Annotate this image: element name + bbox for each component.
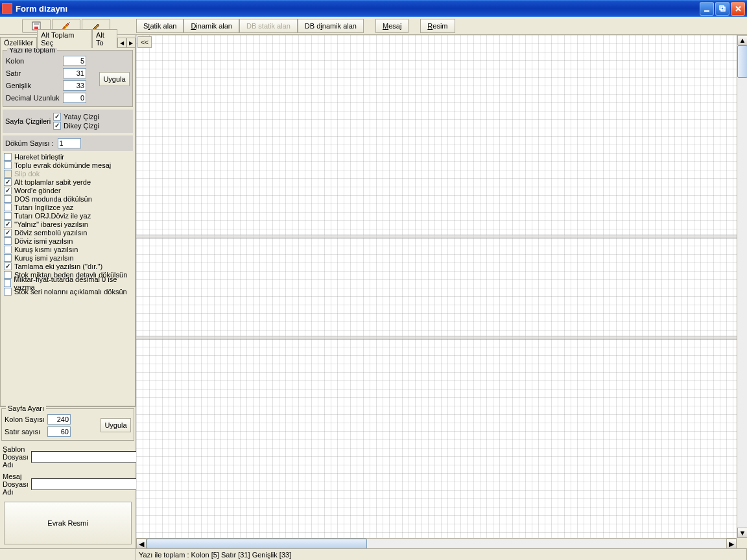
satir-label: Satır: [6, 69, 63, 77]
opt-stokbeden-checkbox[interactable]: [4, 271, 12, 279]
hscroll-thumb[interactable]: [147, 539, 367, 548]
template-file-input[interactable]: [31, 451, 142, 463]
tab-more[interactable]: Alt To: [92, 29, 117, 48]
grid-viewport[interactable]: <<: [136, 35, 737, 538]
opt-kuruskism-checkbox[interactable]: [4, 246, 12, 253]
page-settings-group: Sayfa Ayarı Kolon Sayısı Satır sayısı Uy…: [1, 408, 134, 441]
opt-hareket-checkbox[interactable]: [4, 153, 12, 161]
scroll-up-button[interactable]: ▲: [737, 35, 747, 45]
text-total-group: Yazı ile toplam Kolon Satır Genişlik: [3, 50, 133, 107]
status-cell-left: [0, 549, 136, 560]
kolon-label: Kolon: [6, 57, 63, 65]
mesaj-button[interactable]: Mesaj: [375, 19, 409, 33]
svg-rect-4: [34, 23, 39, 25]
horizontal-line-checkbox[interactable]: [53, 113, 61, 121]
print-count-label: Döküm Sayısı :: [5, 139, 54, 147]
opt-dovizisim-checkbox[interactable]: [4, 237, 12, 245]
print-count-row: Döküm Sayısı :: [3, 135, 133, 151]
print-count-input[interactable]: [58, 138, 81, 148]
db-dynamic-field-button[interactable]: DB dinamik alan: [298, 19, 364, 33]
vertical-line-checkbox[interactable]: [53, 122, 61, 130]
opt-kurusisim-checkbox[interactable]: [4, 254, 12, 262]
opt-alttoplam-checkbox[interactable]: [4, 178, 12, 186]
genislik-input[interactable]: [63, 80, 86, 91]
status-text: Yazı ile toplam : Kolon [5] Satır [31] G…: [136, 549, 747, 560]
opt-ingilizce-checkbox[interactable]: [4, 204, 12, 211]
statusbar: Yazı ile toplam : Kolon [5] Satır [31] G…: [0, 548, 747, 560]
minimize-button[interactable]: [700, 2, 714, 16]
page-lines-label: Sayfa Çizgileri: [5, 117, 53, 125]
close-button[interactable]: [731, 2, 745, 16]
section-divider-2: [136, 336, 737, 340]
page-cols-label: Kolon Sayısı: [5, 415, 47, 423]
decimal-input[interactable]: [63, 93, 86, 103]
maximize-button[interactable]: [715, 2, 729, 16]
page-rows-label: Satır sayısı: [5, 428, 47, 436]
page-lines-group: Sayfa Çizgileri Yatay Çizgi Dikey Çizgi: [3, 110, 133, 133]
opt-dovizsembol-checkbox[interactable]: [4, 229, 12, 237]
app-icon: [2, 3, 12, 14]
properties-panel: Özellikler Alt Toplam Seç Alt To ◀ ▶ Yaz…: [0, 35, 136, 548]
text-total-legend: Yazı ile toplam: [7, 48, 57, 54]
scroll-corner: [737, 538, 747, 548]
scroll-down-button[interactable]: ▼: [737, 528, 747, 538]
kolon-input[interactable]: [63, 56, 86, 66]
opt-orjdoviz-checkbox[interactable]: [4, 212, 12, 220]
message-file-input[interactable]: [31, 478, 142, 490]
svg-rect-1: [720, 6, 724, 10]
scroll-left-button[interactable]: ◀: [136, 539, 147, 548]
nav-first-button[interactable]: <<: [137, 36, 152, 48]
dynamic-field-button[interactable]: Dinamik alan: [184, 19, 239, 33]
document-image-button[interactable]: Evrak Resmi: [4, 502, 132, 544]
opt-word-checkbox[interactable]: [4, 187, 12, 194]
satir-input[interactable]: [63, 68, 86, 78]
svg-rect-0: [704, 10, 709, 12]
window-title: Form dizaynı: [16, 4, 700, 14]
titlebar: Form dizaynı: [0, 0, 747, 17]
svg-rect-2: [721, 7, 725, 11]
grid-background: [136, 35, 737, 538]
opt-slip-checkbox: [4, 170, 12, 178]
horizontal-scrollbar[interactable]: ◀ ▶: [136, 538, 737, 548]
message-file-label: Mesaj Dosyası Adı: [3, 472, 29, 496]
scroll-right-button[interactable]: ▶: [726, 539, 737, 548]
vertical-scrollbar[interactable]: ▲ ▼: [737, 35, 747, 538]
resim-button[interactable]: Resim: [420, 19, 455, 33]
opt-dos-checkbox[interactable]: [4, 195, 12, 203]
opt-tamlama-checkbox[interactable]: [4, 262, 12, 270]
svg-rect-7: [136, 35, 737, 538]
page-settings-legend: Sayfa Ayarı: [6, 404, 46, 412]
opt-desimal-checkbox[interactable]: [4, 279, 11, 287]
apply-text-total-button[interactable]: Uygula: [99, 72, 130, 86]
genislik-label: Genişlik: [6, 82, 63, 89]
template-file-label: Şablon Dosyası Adı: [3, 445, 29, 469]
page-cols-input[interactable]: [47, 414, 71, 425]
svg-rect-5: [34, 27, 38, 29]
decimal-label: Decimal Uzunluk: [6, 94, 63, 102]
opt-toplu-checkbox[interactable]: [4, 161, 12, 169]
tab-scroll-right[interactable]: ▶: [126, 38, 136, 48]
db-static-field-button: DB statik alan: [239, 19, 298, 33]
options-list: Hareket birleştir Toplu evrak dökümünde …: [3, 152, 133, 386]
opt-serino-checkbox[interactable]: [4, 288, 12, 296]
tab-scroll-left[interactable]: ◀: [117, 38, 126, 48]
vscroll-thumb[interactable]: [737, 45, 747, 78]
static-field-button[interactable]: Statik alan: [136, 19, 184, 33]
apply-page-button[interactable]: Uygula: [101, 418, 131, 432]
opt-yalniz-checkbox[interactable]: [4, 220, 12, 228]
tab-subtotal[interactable]: Alt Toplam Seç: [37, 29, 92, 48]
page-rows-input[interactable]: [47, 426, 71, 437]
design-canvas: << ▲ ▼ ◀ ▶: [136, 35, 747, 548]
tab-properties[interactable]: Özellikler: [0, 37, 37, 48]
section-divider-1: [136, 235, 737, 239]
